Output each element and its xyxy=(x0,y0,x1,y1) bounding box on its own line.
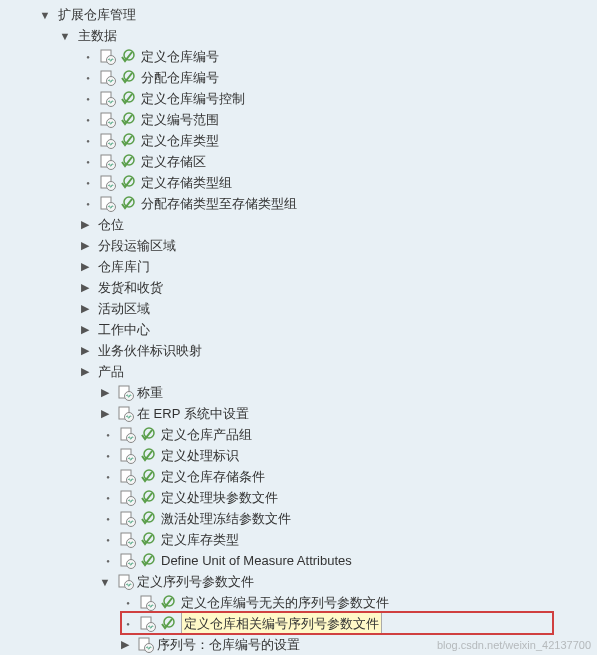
expand-icon[interactable]: ▶ xyxy=(78,260,92,274)
bullet-icon: ● xyxy=(104,494,112,502)
doc-infinity-icon xyxy=(120,448,136,464)
node-label: 定义仓库产品组 xyxy=(161,424,252,445)
node-label: 产品 xyxy=(98,361,124,382)
expand-icon[interactable]: ▶ xyxy=(78,302,92,316)
check-activity-icon xyxy=(139,448,155,464)
node-label: 定义存储类型组 xyxy=(141,172,232,193)
check-activity-icon xyxy=(119,91,135,107)
doc-infinity-icon xyxy=(118,385,134,401)
expand-icon[interactable]: ▶ xyxy=(78,281,92,295)
watermark: blog.csdn.net/weixin_42137700 xyxy=(437,639,591,651)
bullet-icon: ● xyxy=(84,179,92,187)
node-label: 称重 xyxy=(137,382,163,403)
collapse-icon[interactable]: ▼ xyxy=(98,575,112,589)
doc-infinity-icon xyxy=(140,595,156,611)
node-label: 定义处理块参数文件 xyxy=(161,487,278,508)
tree-node[interactable]: ●定义仓库编号无关的序列号参数文件 xyxy=(0,592,597,613)
node-label: 定义处理标识 xyxy=(161,445,239,466)
bullet-icon: ● xyxy=(104,452,112,460)
tree-node-master-data[interactable]: ▼ 主数据 xyxy=(0,25,597,46)
node-label: 定义仓库类型 xyxy=(141,130,219,151)
doc-infinity-icon xyxy=(100,133,116,149)
tree-node[interactable]: ●定义仓库编号控制 xyxy=(0,88,597,109)
tree-node[interactable]: ●定义仓库存储条件 xyxy=(0,466,597,487)
tree-node[interactable]: ▶产品 xyxy=(0,361,597,382)
doc-infinity-icon xyxy=(100,91,116,107)
check-activity-icon xyxy=(119,112,135,128)
node-label: 序列号：仓库编号的设置 xyxy=(157,634,300,655)
tree-node[interactable]: ▶在 ERP 系统中设置 xyxy=(0,403,597,424)
doc-infinity-icon xyxy=(120,490,136,506)
tree-node[interactable]: ▶业务伙伴标识映射 xyxy=(0,340,597,361)
tree-node[interactable]: ●定义仓库编号 xyxy=(0,46,597,67)
tree-node[interactable]: ●定义存储区 xyxy=(0,151,597,172)
expand-icon[interactable]: ▶ xyxy=(78,323,92,337)
check-activity-icon xyxy=(159,595,175,611)
tree-node[interactable]: ▶发货和收货 xyxy=(0,277,597,298)
doc-infinity-icon xyxy=(100,112,116,128)
node-label: 仓位 xyxy=(98,214,124,235)
tree-node[interactable]: ▶活动区域 xyxy=(0,298,597,319)
check-activity-icon xyxy=(139,469,155,485)
tree-node[interactable]: ●分配仓库编号 xyxy=(0,67,597,88)
tree-node[interactable]: ●分配存储类型至存储类型组 xyxy=(0,193,597,214)
node-label: 业务伙伴标识映射 xyxy=(98,340,202,361)
tree-node-root[interactable]: ▼ 扩展仓库管理 xyxy=(0,4,597,25)
collapse-icon[interactable]: ▼ xyxy=(38,8,52,22)
node-label: 在 ERP 系统中设置 xyxy=(137,403,249,424)
bullet-icon: ● xyxy=(104,473,112,481)
expand-icon[interactable]: ▶ xyxy=(78,239,92,253)
tree-node[interactable]: ●定义仓库相关编号序列号参数文件 xyxy=(0,613,597,634)
bullet-icon: ● xyxy=(84,74,92,82)
tree-node[interactable]: ▶称重 xyxy=(0,382,597,403)
expand-icon[interactable]: ▶ xyxy=(78,344,92,358)
check-activity-icon xyxy=(159,616,175,632)
tree-node[interactable]: ●定义处理块参数文件 xyxy=(0,487,597,508)
expand-icon[interactable]: ▶ xyxy=(78,365,92,379)
tree-node-seq-parent[interactable]: ▼ 定义序列号参数文件 xyxy=(0,571,597,592)
tree-node[interactable]: ●定义仓库类型 xyxy=(0,130,597,151)
doc-infinity-icon xyxy=(140,616,156,632)
expand-icon[interactable]: ▶ xyxy=(98,386,112,400)
tree-node[interactable]: ●定义处理标识 xyxy=(0,445,597,466)
node-label: 工作中心 xyxy=(98,319,150,340)
expand-icon[interactable]: ▶ xyxy=(78,218,92,232)
node-label: 定义存储区 xyxy=(141,151,206,172)
check-activity-icon xyxy=(139,553,155,569)
tree-node[interactable]: ▶分段运输区域 xyxy=(0,235,597,256)
node-label: 扩展仓库管理 xyxy=(58,4,136,25)
tree-node[interactable]: ▶仓位 xyxy=(0,214,597,235)
node-label: 分配存储类型至存储类型组 xyxy=(141,193,297,214)
node-label: 定义仓库相关编号序列号参数文件 xyxy=(181,612,382,635)
tree-node[interactable]: ●激活处理冻结参数文件 xyxy=(0,508,597,529)
tree-node[interactable]: ●定义编号范围 xyxy=(0,109,597,130)
check-activity-icon xyxy=(139,427,155,443)
bullet-icon: ● xyxy=(104,431,112,439)
tree-node[interactable]: ●定义存储类型组 xyxy=(0,172,597,193)
node-label: 定义仓库编号无关的序列号参数文件 xyxy=(181,592,389,613)
bullet-icon: ● xyxy=(84,200,92,208)
bullet-icon: ● xyxy=(104,515,112,523)
node-label: 定义库存类型 xyxy=(161,529,239,550)
doc-infinity-icon xyxy=(100,175,116,191)
node-label: 仓库库门 xyxy=(98,256,150,277)
tree-node[interactable]: ●Define Unit of Measure Attributes xyxy=(0,550,597,571)
sap-img-tree: ▼ 扩展仓库管理 ▼ 主数据 ●定义仓库编号●分配仓库编号●定义仓库编号控制●定… xyxy=(0,0,597,655)
node-label: 定义仓库存储条件 xyxy=(161,466,265,487)
check-activity-icon xyxy=(119,133,135,149)
node-label: Define Unit of Measure Attributes xyxy=(161,550,352,571)
collapse-icon[interactable]: ▼ xyxy=(58,29,72,43)
bullet-icon: ● xyxy=(124,599,132,607)
check-activity-icon xyxy=(139,511,155,527)
expand-icon[interactable]: ▶ xyxy=(98,407,112,421)
doc-infinity-icon xyxy=(120,532,136,548)
tree-node[interactable]: ●定义仓库产品组 xyxy=(0,424,597,445)
tree-node[interactable]: ●定义库存类型 xyxy=(0,529,597,550)
node-label: 定义序列号参数文件 xyxy=(137,571,254,592)
tree-node[interactable]: ▶工作中心 xyxy=(0,319,597,340)
node-label: 分段运输区域 xyxy=(98,235,176,256)
doc-infinity-icon xyxy=(100,70,116,86)
bullet-icon: ● xyxy=(104,557,112,565)
tree-node[interactable]: ▶仓库库门 xyxy=(0,256,597,277)
expand-icon[interactable]: ▶ xyxy=(118,638,132,652)
